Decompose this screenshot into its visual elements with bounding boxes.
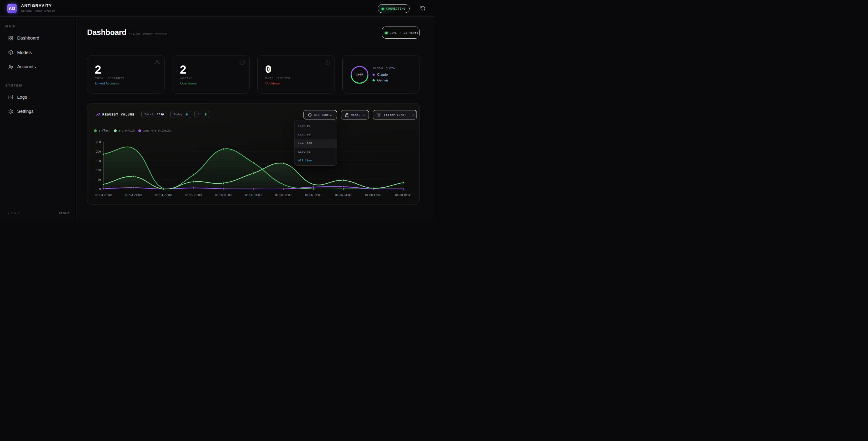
svg-text:150: 150: [96, 159, 101, 163]
svg-text:250: 250: [96, 140, 101, 144]
svg-text:01/04 22:00: 01/04 22:00: [156, 193, 172, 197]
svg-text:01/06 02:00: 01/06 02:00: [275, 193, 291, 197]
svg-text:01/05 23:00: 01/05 23:00: [185, 193, 202, 197]
svg-text:200: 200: [96, 150, 101, 153]
svg-text:01/08 17:00: 01/08 17:00: [365, 193, 381, 197]
svg-text:01/06 01:00: 01/06 01:00: [245, 193, 261, 197]
svg-text:100: 100: [96, 169, 101, 172]
svg-text:01/06 03:00: 01/06 03:00: [305, 193, 321, 197]
svg-text:01/06 00:00: 01/06 00:00: [215, 193, 231, 197]
svg-text:01/04 20:00: 01/04 20:00: [96, 193, 112, 197]
svg-text:0: 0: [99, 187, 101, 190]
svg-text:01/06 04:00: 01/06 04:00: [335, 193, 351, 197]
svg-text:50: 50: [98, 178, 101, 181]
svg-text:01/04 21:00: 01/04 21:00: [125, 193, 142, 197]
svg-text:01/08 18:00: 01/08 18:00: [395, 193, 411, 197]
